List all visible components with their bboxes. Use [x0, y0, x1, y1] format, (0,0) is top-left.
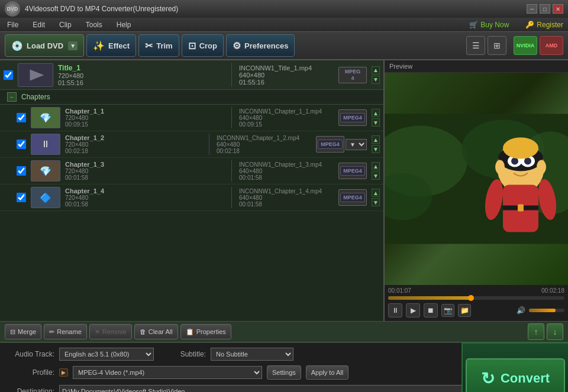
arrow-up[interactable]: ▲ [372, 162, 380, 170]
merge-button[interactable]: ⊟ Merge [5, 324, 41, 339]
profile-select[interactable]: MPEG-4 Video (*.mp4) [73, 366, 262, 379]
chapter-1-2-name: Chapter_1_2 [65, 134, 202, 141]
list-view-button[interactable]: ☰ [466, 36, 485, 55]
chapters-header: − Chapters [0, 90, 383, 105]
window-title: 4Videosoft DVD to MP4 Converter(Unregist… [25, 5, 178, 13]
chapter-1-3-checkbox[interactable] [17, 166, 26, 176]
title-row[interactable]: Title_1 720×480 01:55:16 INCONNW1_Title_… [0, 60, 383, 90]
menu-help[interactable]: Help [114, 20, 134, 30]
progress-bar[interactable] [388, 296, 564, 300]
ch-output-res: 640×480 [239, 195, 334, 201]
title-info: Title_1 720×480 01:55:16 [58, 64, 224, 86]
format-text: MPEG4 [340, 166, 365, 176]
load-dvd-button[interactable]: 💿 Load DVD ▼ [5, 34, 84, 57]
arrow-down[interactable]: ▼ [372, 145, 380, 153]
close-button[interactable]: ✕ [553, 4, 563, 14]
chapter-row[interactable]: 🔷 Chapter_1_4 720×480 00:01:58 INCONNW1_… [0, 184, 383, 211]
output-duration: 01:55:16 [239, 79, 334, 86]
chapter-1-2-checkbox[interactable] [17, 140, 26, 149]
bottom-settings: Audio Track: English ac3 5.1 (0x80) Subt… [0, 342, 568, 392]
open-folder-button[interactable]: 📁 [458, 304, 471, 317]
title-checkbox[interactable] [4, 70, 13, 80]
format-dropdown[interactable]: ▼ [346, 139, 367, 150]
arrow-down[interactable]: ▼ [372, 198, 380, 206]
rename-button[interactable]: ✏ Rename [44, 324, 87, 339]
pause-button[interactable]: ⏸ [388, 303, 402, 318]
chapters-expand-button[interactable]: − [7, 92, 17, 102]
chapter-1-1-resolution: 720×480 [65, 115, 224, 121]
chapter-1-4-checkbox[interactable] [17, 193, 26, 202]
arrow-up[interactable]: ▲ [372, 189, 380, 197]
nvidia-badge: NVIDIA [514, 36, 537, 55]
remove-button[interactable]: ✕ Remove [89, 324, 132, 339]
progress-handle[interactable] [468, 295, 474, 301]
main-area: Title_1 720×480 01:55:16 INCONNW1_Title_… [0, 60, 568, 321]
preferences-button[interactable]: ⚙ Preferences [226, 34, 295, 57]
minimize-button[interactable]: ─ [527, 4, 537, 14]
play-button[interactable]: ▶ [406, 303, 420, 318]
load-dvd-dropdown-arrow[interactable]: ▼ [68, 41, 78, 50]
apply-to-all-button[interactable]: Apply to All [306, 365, 348, 380]
row-arrows: ▲ ▼ [372, 135, 380, 153]
current-time: 00:01:07 [388, 287, 411, 294]
preview-controls: 00:01:07 00:02:18 ⏸ ▶ ⏹ 📷 📁 🔊 [385, 285, 568, 321]
chapter-row[interactable]: ⏸ Chapter_1_2 720×480 00:02:18 INCONNW1_… [0, 131, 383, 158]
title-bar: DVD 4Videosoft DVD to MP4 Converter(Unre… [0, 0, 568, 18]
clear-all-button[interactable]: 🗑 Clear All [134, 324, 178, 339]
chapter-1-1-checkbox[interactable] [17, 113, 26, 122]
convert-button[interactable]: ↻ Convert [466, 358, 565, 393]
format-badge: MPEG4 [338, 163, 367, 179]
arrow-down[interactable]: ▼ [372, 171, 380, 180]
chapter-row[interactable]: 💎 Chapter_1_3 720×480 00:01:58 INCONNW1_… [0, 158, 383, 184]
file-list: Title_1 720×480 01:55:16 INCONNW1_Title_… [0, 60, 385, 321]
buy-now-link[interactable]: 🛒 Buy Now [469, 21, 509, 29]
time-display: 00:01:07 00:02:18 [388, 287, 564, 294]
crop-button[interactable]: ⊡ Crop [182, 34, 224, 57]
menu-tools[interactable]: Tools [83, 20, 105, 30]
arrow-down[interactable]: ▼ [372, 118, 380, 127]
grid-view-button[interactable]: ⊞ [488, 36, 506, 55]
clear-all-icon: 🗑 [140, 328, 146, 335]
preview-svg [385, 73, 568, 285]
chapter-1-1-name: Chapter_1_1 [65, 108, 224, 115]
properties-icon: 📋 [186, 328, 194, 336]
properties-button[interactable]: 📋 Properties [180, 324, 231, 339]
chapter-row[interactable]: 💎 Chapter_1_1 720×480 00:09:15 INCONNW1_… [0, 105, 383, 131]
chapter-1-4-duration: 00:01:58 [65, 201, 224, 208]
menu-file[interactable]: File [5, 20, 21, 30]
destination-input[interactable] [59, 385, 472, 392]
arrow-up[interactable]: ▲ [372, 109, 380, 117]
menu-edit[interactable]: Edit [30, 20, 47, 30]
snapshot-button[interactable]: 📷 [441, 304, 454, 317]
trim-button[interactable]: ✂ Trim [138, 34, 179, 57]
row-arrows: ▲ ▼ [372, 66, 380, 84]
move-up-button[interactable]: ↑ [528, 323, 544, 340]
audio-track-select[interactable]: English ac3 5.1 (0x80) [59, 348, 154, 361]
stop-button[interactable]: ⏹ [424, 303, 438, 318]
register-link[interactable]: 🔑 Register [525, 21, 563, 29]
maximize-button[interactable]: □ [540, 4, 550, 14]
settings-button[interactable]: Settings [267, 365, 301, 380]
move-down-button[interactable]: ↓ [547, 323, 563, 340]
chapters-label: Chapters [21, 93, 50, 101]
chapter-1-2-output: INCONNW1_Chapter_1_2.mp4 640×480 00:02:1… [217, 135, 311, 154]
svg-rect-20 [518, 205, 524, 212]
trim-icon: ✂ [145, 40, 153, 51]
playback-buttons: ⏸ ▶ ⏹ 📷 📁 🔊 [388, 302, 564, 319]
volume-slider[interactable] [529, 309, 564, 312]
chapter-1-3-thumbnail: 💎 [31, 160, 60, 182]
menu-clip[interactable]: Clip [57, 20, 74, 30]
dvd-icon: 💿 [11, 40, 23, 51]
arrow-up[interactable]: ▲ [372, 135, 380, 144]
chapter-1-2-thumbnail: ⏸ [31, 134, 60, 155]
preview-header: Preview [385, 60, 568, 73]
window-controls: ─ □ ✕ [527, 4, 563, 14]
subtitle-select[interactable]: No Subtitle [211, 348, 293, 361]
convert-icon: ↻ [481, 369, 495, 388]
total-time: 00:02:18 [541, 287, 564, 294]
chapter-1-1-info: Chapter_1_1 720×480 00:09:15 [65, 108, 224, 128]
expand-down-arrow[interactable]: ▼ [372, 76, 380, 84]
expand-up-arrow[interactable]: ▲ [372, 66, 380, 74]
effect-button[interactable]: ✨ Effect [86, 34, 136, 57]
chapter-1-1-thumbnail: 💎 [31, 107, 60, 128]
